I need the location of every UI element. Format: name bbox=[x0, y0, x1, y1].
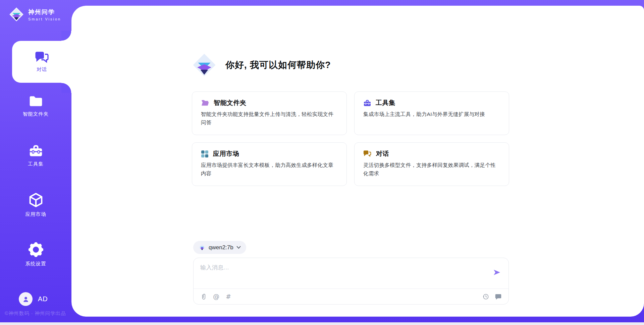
topic-button[interactable]: # bbox=[226, 294, 231, 300]
history-clock-icon bbox=[482, 293, 489, 300]
folder-open-icon bbox=[201, 99, 209, 107]
model-selector[interactable]: qwen2:7b bbox=[193, 241, 246, 254]
user-profile[interactable]: AD bbox=[19, 292, 48, 306]
card-title: 对话 bbox=[376, 149, 389, 158]
card-description: 应用市场提供丰富长文本模板，助力高效生成多样化文章内容 bbox=[201, 161, 338, 178]
card-title: 智能文件夹 bbox=[214, 99, 247, 107]
sidebar-item-apps[interactable]: 应用市场 bbox=[0, 192, 71, 217]
person-icon bbox=[22, 296, 30, 303]
sidebar-footer-credit: ©神州数码 · 神州问学出品 bbox=[5, 310, 72, 317]
composer-toolbar: @ # bbox=[194, 288, 508, 304]
avatar bbox=[19, 292, 33, 306]
history-button[interactable] bbox=[482, 293, 489, 300]
brand-name: 神州问学 bbox=[28, 8, 61, 16]
diamond-logo-large-icon bbox=[192, 53, 217, 77]
briefcase-icon bbox=[363, 99, 371, 107]
diamond-logo-icon bbox=[9, 7, 24, 22]
sidebar-item-label: 对话 bbox=[37, 66, 47, 73]
sidebar-item-settings[interactable]: 系统设置 bbox=[0, 242, 71, 267]
card-title: 工具集 bbox=[376, 99, 395, 107]
hash-icon: # bbox=[226, 294, 231, 300]
greeting-title: 你好, 我可以如何帮助你? bbox=[225, 59, 331, 71]
sidebar-item-label: 工具集 bbox=[28, 161, 44, 167]
gear-icon bbox=[28, 242, 44, 257]
mention-button[interactable]: @ bbox=[213, 294, 219, 300]
card-app-market[interactable]: 应用市场 应用市场提供丰富长文本模板，助力高效生成多样化文章内容 bbox=[192, 142, 347, 186]
new-chat-button[interactable] bbox=[495, 293, 502, 300]
message-input[interactable] bbox=[194, 258, 485, 287]
tab-fillet-bottom bbox=[61, 83, 71, 93]
main-content-panel: 你好, 我可以如何帮助你? 智能文件夹 智能文件夹功能支持批量文件上传与清洗，轻… bbox=[71, 6, 644, 317]
send-button[interactable] bbox=[492, 268, 501, 277]
paperclip-icon bbox=[200, 293, 207, 300]
sidebar-item-label: 系统设置 bbox=[25, 261, 46, 267]
card-description: 集成市场上主流工具，助力AI与外界无缝扩展与对接 bbox=[363, 110, 500, 119]
card-description: 灵活切换多模型文件，支持多样回复效果调试，满足个性化需求 bbox=[363, 161, 500, 178]
chat-bubble-icon bbox=[363, 150, 372, 157]
card-title: 应用市场 bbox=[213, 149, 239, 158]
card-toolset[interactable]: 工具集 集成市场上主流工具，助力AI与外界无缝扩展与对接 bbox=[354, 91, 509, 135]
sidebar-item-chat[interactable]: 对话 bbox=[12, 41, 71, 83]
sidebar-item-tools[interactable]: 工具集 bbox=[0, 144, 71, 167]
chat-bubbles-icon bbox=[35, 51, 49, 63]
brand-subtitle: Smart Vision bbox=[28, 17, 61, 21]
model-name: qwen2:7b bbox=[209, 244, 233, 251]
attach-file-button[interactable] bbox=[200, 293, 207, 300]
cube-icon bbox=[28, 192, 44, 208]
brand-logo: 神州问学 Smart Vision bbox=[9, 7, 61, 22]
diamond-logo-mini-icon bbox=[199, 244, 206, 251]
send-icon bbox=[493, 268, 501, 276]
user-initials: AD bbox=[38, 295, 48, 303]
bottom-strip bbox=[0, 322, 644, 325]
card-chat[interactable]: 对话 灵活切换多模型文件，支持多样回复效果调试，满足个性化需求 bbox=[354, 142, 509, 186]
apps-grid-icon bbox=[201, 150, 209, 158]
composer-toolbar-right bbox=[482, 293, 502, 300]
chevron-down-icon bbox=[236, 246, 241, 249]
sidebar-item-label: 应用市场 bbox=[25, 211, 46, 217]
sidebar: 神州问学 Smart Vision 对话 智能文件夹 工具集 bbox=[0, 0, 71, 325]
sidebar-item-folders[interactable]: 智能文件夹 bbox=[0, 95, 71, 117]
card-description: 智能文件夹功能支持批量文件上传与清洗，轻松实现文件问答 bbox=[201, 110, 338, 127]
message-composer: @ # bbox=[193, 258, 509, 305]
folder-icon bbox=[29, 95, 43, 108]
comment-icon bbox=[495, 293, 502, 300]
sidebar-item-label: 智能文件夹 bbox=[23, 111, 49, 117]
feature-cards: 智能文件夹 智能文件夹功能支持批量文件上传与清洗，轻松实现文件问答 工具集 集成… bbox=[192, 91, 509, 186]
briefcase-icon bbox=[29, 144, 43, 157]
greeting: 你好, 我可以如何帮助你? bbox=[192, 53, 331, 77]
tab-fillet-top bbox=[61, 31, 71, 41]
at-icon: @ bbox=[213, 294, 219, 300]
card-smart-folder[interactable]: 智能文件夹 智能文件夹功能支持批量文件上传与清洗，轻松实现文件问答 bbox=[192, 91, 347, 135]
